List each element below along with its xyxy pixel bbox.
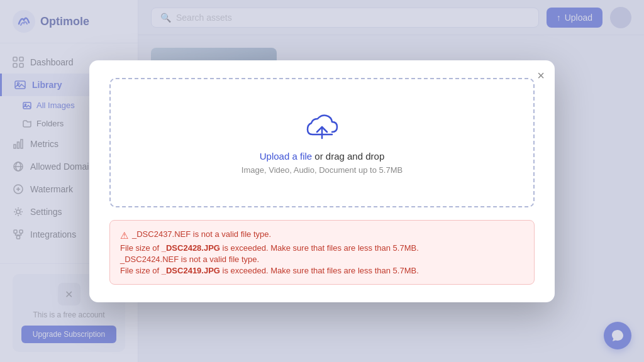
error-text-4: File size of _DSC2419.JPG is exceeded. M… — [120, 266, 419, 275]
modal-close-button[interactable]: × — [537, 69, 545, 82]
error-filename-4: _DSC2419.JPG — [162, 266, 220, 275]
upload-file-link[interactable]: Upload a file — [260, 151, 312, 162]
error-text-2: File size of _DSC2428.JPG is exceeded. M… — [120, 243, 419, 253]
drop-or-text: or drag and drop — [312, 151, 384, 162]
error-line-3: _DSC2424.NEF is not a valid file type. — [120, 255, 524, 264]
error-line-1: ⚠ _DSC2437.NEF is not a valid file type. — [120, 229, 524, 241]
drop-subtext: Image, Video, Audio, Document up to 5.7M… — [242, 165, 402, 175]
warning-icon-1: ⚠ — [120, 230, 128, 241]
error-text-3: _DSC2424.NEF is not a valid file type. — [120, 255, 259, 264]
error-line-2: File size of _DSC2428.JPG is exceeded. M… — [120, 243, 524, 253]
error-filename-2: _DSC2428.JPG — [162, 243, 220, 253]
modal-overlay: × Upload a file or drag and drop Image, … — [0, 0, 644, 362]
drop-zone[interactable]: Upload a file or drag and drop Image, Vi… — [109, 78, 535, 207]
error-box: ⚠ _DSC2437.NEF is not a valid file type.… — [109, 220, 535, 285]
error-text-1: _DSC2437.NEF is not a valid file type. — [132, 229, 271, 239]
drop-text: Upload a file or drag and drop — [260, 151, 384, 162]
upload-modal: × Upload a file or drag and drop Image, … — [89, 60, 555, 302]
cloud-upload-icon — [303, 111, 341, 142]
error-line-4: File size of _DSC2419.JPG is exceeded. M… — [120, 266, 524, 275]
